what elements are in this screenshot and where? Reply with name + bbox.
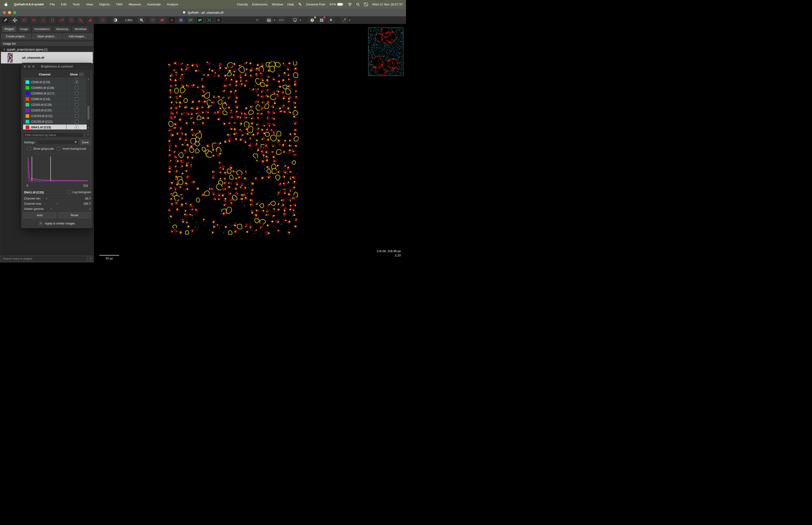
log-histogram-option[interactable]: Log histogram — [67, 190, 91, 194]
channel-row[interactable]: CD45RO.tif (C17) — [23, 91, 90, 96]
brightness-contrast-button[interactable] — [112, 17, 119, 24]
channel-filter-regex-button[interactable]: .* — [85, 132, 90, 138]
apple-icon[interactable] — [4, 2, 8, 6]
show-viewer-button[interactable] — [292, 17, 298, 24]
tab-annotations[interactable]: Annotations — [31, 26, 52, 32]
move-tool-ruler-button[interactable] — [2, 17, 9, 24]
zoom-window-button[interactable] — [13, 11, 16, 14]
channel-max-slider-thumb[interactable] — [56, 202, 59, 206]
channel-show-checkbox[interactable] — [75, 86, 78, 90]
opacity-slider[interactable] — [226, 19, 259, 21]
polyline-tool-button[interactable] — [58, 17, 65, 24]
show-tma-grid-button[interactable] — [178, 17, 185, 24]
channel-min-slider-thumb[interactable] — [45, 197, 48, 200]
control-center-icon[interactable] — [364, 3, 368, 6]
tab-image[interactable]: Image — [17, 26, 31, 32]
points-tool-button[interactable] — [87, 17, 93, 24]
measurement-table-dropdown[interactable]: ▼ — [274, 19, 276, 21]
auto-button[interactable]: Auto — [23, 212, 56, 218]
show-names-button[interactable]: N — [168, 17, 175, 24]
show-annotations-button[interactable] — [150, 17, 156, 24]
show-channel-viewer-button[interactable]: C — [215, 17, 222, 24]
dialog-close-button[interactable] — [24, 65, 26, 68]
menu-automate[interactable]: Automate — [147, 3, 161, 6]
pin-tool-button[interactable] — [341, 17, 348, 24]
image-viewer[interactable]: 50 px 174.04, 216.95 px 2,10 — [94, 24, 406, 262]
channel-show-checkbox[interactable] — [75, 92, 78, 95]
menu-help[interactable]: Help — [287, 3, 294, 6]
menubar-user-name[interactable]: Givanna Putri — [306, 3, 325, 6]
help-button[interactable]: ? — [309, 17, 316, 24]
measurement-table-button[interactable] — [265, 17, 273, 24]
tab-workflow[interactable]: Workflow — [72, 26, 89, 32]
channel-show-checkbox[interactable] — [75, 103, 78, 106]
minimize-window-button[interactable] — [8, 11, 11, 14]
magnification-readout[interactable]: 1.85x — [125, 18, 133, 22]
save-settings-button[interactable]: Save — [80, 139, 90, 145]
reset-button[interactable]: Reset — [58, 212, 91, 218]
spotlight-icon[interactable] — [356, 3, 360, 6]
channel-show-checkbox[interactable]: ✓ — [75, 125, 78, 129]
channel-color-swatch[interactable] — [26, 86, 29, 90]
viewer-gamma-slider[interactable] — [44, 208, 78, 210]
tab-hierarchy[interactable]: Hierarchy — [53, 26, 72, 32]
battery-indicator[interactable]: 97% — [330, 3, 343, 6]
channel-row[interactable]: CD69.tif (C18) — [23, 96, 90, 102]
zoom-to-fit-button[interactable] — [138, 17, 145, 24]
channel-row[interactable]: CXCR3.tif (C21) — [23, 113, 90, 119]
menu-view[interactable]: View — [86, 3, 93, 6]
script-editor-button[interactable]: </> — [278, 17, 285, 24]
pin-tool-dropdown[interactable]: ▼ — [349, 19, 351, 21]
scroll-down-icon[interactable]: ▼ — [87, 127, 90, 129]
tissue-image-with-cell-segmentation[interactable] — [168, 61, 299, 236]
show-viewer-dropdown[interactable]: ▼ — [300, 19, 302, 21]
apply-to-similar-checkbox[interactable]: ✓ — [39, 222, 43, 225]
preferences-gear-button[interactable] — [327, 17, 335, 24]
pan-tool-button[interactable] — [11, 17, 18, 24]
create-project-button[interactable]: Create project... — [1, 34, 31, 39]
channel-row[interactable]: CD45.tif (C15)✓ — [23, 79, 90, 85]
overview-thumbnail[interactable] — [368, 28, 403, 76]
close-window-button[interactable] — [3, 11, 6, 14]
channel-row[interactable]: CD45RA.tif (C16) — [23, 85, 90, 91]
channel-color-swatch[interactable] — [26, 120, 29, 123]
channel-row[interactable]: CXCR5.tif (C22) — [23, 119, 90, 124]
dialog-minimize-button[interactable] — [28, 65, 30, 68]
ellipse-tool-button[interactable] — [30, 17, 37, 24]
project-tree-node[interactable]: ▼ qupath_project/project.qpproj (1) — [1, 47, 93, 52]
menu-tma[interactable]: TMA — [116, 3, 123, 6]
project-search-input[interactable] — [0, 256, 87, 262]
channel-color-swatch[interactable] — [26, 92, 29, 95]
menu-file[interactable]: File — [50, 3, 55, 6]
invert-background-option[interactable]: Invert background — [57, 147, 86, 150]
channel-row[interactable]: DNA1.tif (C23)✓ — [23, 124, 90, 130]
show-log-button[interactable] — [318, 17, 325, 24]
passwords-key-icon[interactable] — [298, 3, 302, 6]
scroll-up-icon[interactable]: ▲ — [87, 78, 90, 80]
fill-detections-button[interactable] — [196, 17, 203, 24]
apply-to-similar-option[interactable]: ✓ Apply to similar images — [21, 222, 93, 225]
channel-color-swatch[interactable] — [26, 108, 29, 112]
project-search-regex-button[interactable]: .* — [88, 256, 93, 262]
channel-color-swatch[interactable] — [26, 97, 29, 101]
channel-min-slider[interactable] — [44, 198, 78, 199]
viewer-gamma-slider-thumb[interactable] — [49, 207, 53, 211]
log-histogram-checkbox[interactable] — [67, 190, 71, 194]
show-column-header[interactable]: Show — [70, 73, 78, 76]
show-detections-button[interactable] — [187, 17, 194, 24]
channel-table-scrollbar[interactable]: ▲ ▼ — [87, 77, 90, 130]
channel-show-checkbox[interactable]: ✓ — [75, 80, 78, 84]
channel-row[interactable]: CD163.tif (C19) — [23, 102, 90, 108]
channel-row[interactable]: CD303.tif (C20) — [23, 108, 90, 113]
wand-tool-button[interactable] — [77, 17, 84, 24]
menu-measure[interactable]: Measure — [129, 3, 141, 6]
menu-classify[interactable]: Classify — [237, 3, 248, 6]
toggle-all-channels-button[interactable]: − — [79, 73, 83, 76]
channel-max-slider[interactable] — [44, 203, 78, 205]
image-list-item-selected[interactable]: all_channels.tif — [1, 52, 93, 63]
channel-filter-input[interactable] — [23, 132, 83, 138]
invert-background-checkbox[interactable] — [57, 147, 60, 150]
show-convex-hull-button[interactable] — [206, 17, 213, 24]
menu-tools[interactable]: Tools — [73, 3, 80, 6]
menubar-app-name[interactable]: QuPath-0.6.0-arm64 — [14, 3, 44, 6]
